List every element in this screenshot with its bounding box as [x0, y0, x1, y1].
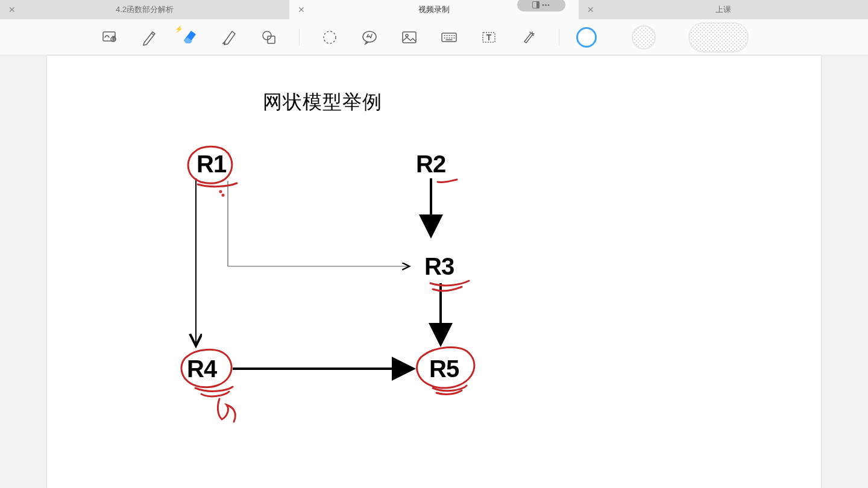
image-icon[interactable] — [396, 24, 423, 51]
eraser-icon[interactable]: ⚡ — [176, 24, 203, 51]
close-icon[interactable]: ✕ — [8, 5, 16, 14]
close-icon[interactable]: ✕ — [298, 5, 305, 14]
split-icon — [532, 1, 539, 8]
split-view-button[interactable]: ••• — [517, 0, 565, 11]
lasso-icon[interactable] — [316, 24, 343, 51]
svg-point-17 — [222, 195, 224, 196]
node-r5: R5 — [429, 355, 459, 383]
tab-functions[interactable]: ✕ 4.2函数部分解析 — [0, 0, 289, 19]
text-icon[interactable] — [476, 24, 502, 51]
diagram-title: 网状模型举例 — [263, 89, 382, 116]
laser-icon[interactable] — [515, 24, 542, 51]
svg-point-16 — [220, 191, 221, 192]
node-r4: R4 — [187, 355, 216, 383]
svg-point-4 — [324, 31, 336, 43]
sticker-icon[interactable] — [356, 24, 383, 51]
tab-label: 视频录制 — [418, 4, 450, 15]
divider — [559, 29, 559, 46]
tab-class[interactable]: ✕ 上课 — [579, 0, 868, 19]
pen-icon[interactable] — [136, 24, 163, 51]
color-swatch-pill[interactable] — [688, 22, 749, 52]
canvas-stage: 网状模型举例 R1 R2 R3 R4 R5 — [0, 55, 868, 488]
divider — [299, 29, 300, 46]
highlighter-icon[interactable] — [216, 24, 242, 51]
tab-recording[interactable]: ✕ 视频录制 ••• — [289, 0, 579, 19]
canvas[interactable]: 网状模型举例 R1 R2 R3 R4 R5 — [47, 55, 821, 488]
node-r1: R1 — [197, 151, 226, 178]
svg-rect-6 — [403, 32, 416, 43]
svg-rect-8 — [442, 33, 456, 42]
keyboard-icon[interactable] — [436, 24, 462, 51]
shapes-icon[interactable] — [256, 24, 282, 51]
bluetooth-icon: ⚡ — [175, 25, 183, 33]
zoom-drawing-icon[interactable] — [96, 24, 123, 51]
tab-label: 4.2函数部分解析 — [116, 4, 174, 15]
toolbar: ⚡ — [0, 19, 868, 55]
node-r3: R3 — [424, 253, 454, 280]
tab-bar: ✕ 4.2函数部分解析 ✕ 视频录制 ••• ✕ 上课 — [0, 0, 868, 19]
close-icon[interactable]: ✕ — [587, 5, 594, 14]
color-swatch-transparent[interactable] — [632, 25, 656, 49]
color-swatch-accent[interactable] — [576, 27, 597, 48]
ellipsis-icon: ••• — [542, 2, 550, 8]
node-r2: R2 — [416, 151, 445, 178]
svg-point-2 — [263, 31, 271, 40]
svg-point-7 — [406, 34, 408, 37]
tab-label: 上课 — [715, 4, 731, 15]
